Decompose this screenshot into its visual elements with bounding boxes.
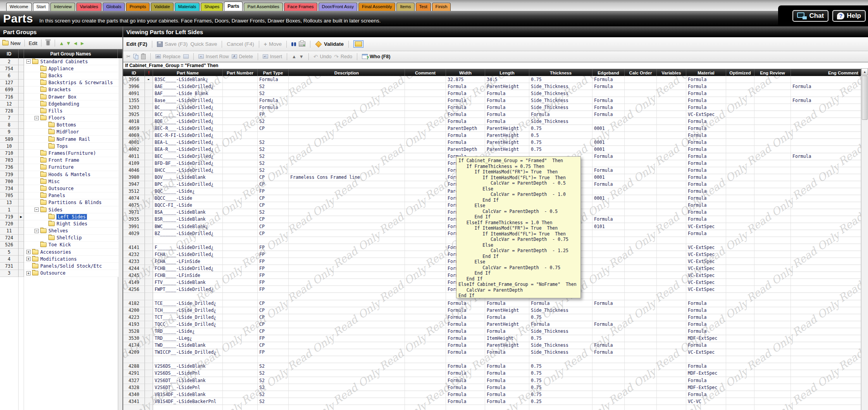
tab-finish[interactable]: Finish (432, 3, 451, 11)
column-header-name[interactable]: Part Name (153, 69, 223, 77)
tab-parts[interactable]: Parts (224, 2, 243, 11)
tree-item-sides[interactable]: 1−Sides (0, 206, 119, 213)
table-row-4291[interactable]: 4291V2S6DS__-LSidePnlS2FormulaFormula0.7… (123, 370, 861, 377)
column-header-number[interactable]: Part Number (223, 69, 258, 77)
print-button[interactable] (299, 42, 305, 47)
tree-item-appliance[interactable]: 754Appliance (0, 65, 119, 72)
table-row-3203[interactable]: 3203BC______-LSideDrilled¿FormulaFormula… (123, 104, 861, 111)
chat-button[interactable]: Chat (792, 10, 828, 22)
tab-test[interactable]: Test (416, 3, 431, 11)
column-header-edgeband[interactable]: Edgeband (592, 69, 625, 77)
table-row-3528[interactable]: 3528TRD_____-LSide¿CPFormulaFormulaSide_… (123, 328, 861, 335)
collapse-icon[interactable]: − (34, 208, 39, 212)
tree-item-right-sides[interactable]: 720Right Sides (0, 220, 119, 227)
tab-welcome[interactable]: Welcome (6, 3, 32, 11)
row-down-icon[interactable]: ▼ (299, 54, 304, 59)
tab-variables[interactable]: Variables (76, 3, 102, 11)
table-row-4091[interactable]: 4091BAF_____-LSide BlankS2FormulaFormula… (123, 90, 861, 97)
edit-button[interactable]: Edit (F2) (126, 41, 147, 47)
delete-row-button[interactable]: ✗ Delete (232, 54, 253, 59)
tab-part-assemblies[interactable]: Part Assemblies (244, 3, 282, 11)
table-row-3996[interactable]: 3996BAE_____-LSideDrilled¿S2FormulaParen… (123, 83, 861, 90)
validate-button[interactable]: Validate (315, 41, 344, 47)
table-row-4288[interactable]: 4288V2S6DS__-LSideBlankS2FormulaFormula0… (123, 363, 861, 370)
table-row-1355[interactable]: 1355Base____-LSideDrilled¿FormulaFormula… (123, 97, 861, 104)
tree-item-front-frame[interactable]: 703Front Frame (0, 157, 119, 164)
tab-items[interactable]: Items (396, 3, 414, 11)
table-row-4193[interactable]: 4193TQCC____-LSide_Drilled¿CPFormulaPare… (123, 321, 861, 328)
tab-interview[interactable]: Interview (50, 3, 75, 11)
scrollbar-thumb[interactable] (862, 76, 868, 120)
table-row-4018[interactable]: 4018BDE_____-LSideDrilled¿S2FormulaFormu… (123, 118, 861, 125)
insert-button[interactable]: ↵ Insert (263, 54, 282, 59)
help-button[interactable]: ? Help (832, 10, 866, 22)
eraser-icon[interactable] (183, 54, 189, 59)
column-header-variables[interactable]: Variables (657, 69, 686, 77)
replace-button[interactable]: ab Replace (155, 54, 181, 59)
table-row-4174[interactable]: 4174TWD_____-LSideBlankCPFormulaParentHe… (123, 342, 861, 349)
column-header-type[interactable]: Part Type (258, 69, 289, 77)
table-row-3530[interactable]: 3530TRD_____-LLeg¿FPFormulaItemHeight0.7… (123, 335, 861, 342)
tree-item-modifications[interactable]: 4+Modifications (0, 256, 119, 263)
table-row-4200[interactable]: 4200TCH_____-LSide_Drilled¿CPFormulaPare… (123, 307, 861, 314)
tree-item-left-sides[interactable]: 719►Left Sides (0, 213, 119, 220)
tree-item-bottoms[interactable]: 8Bottoms (0, 122, 119, 129)
collapse-icon[interactable]: − (34, 229, 39, 233)
tab-prompts[interactable]: Prompts (126, 3, 150, 11)
tree-item-misc[interactable]: 700Misc (0, 178, 119, 185)
expand-icon[interactable]: + (26, 257, 31, 261)
tab-face-frames[interactable]: Face Frames (284, 3, 317, 11)
table-row[interactable] (123, 356, 861, 363)
move-right-icon[interactable]: ► (80, 40, 85, 46)
table-row-4209[interactable]: 4209TWICCP__-LSide_Drilled¿FPFormulaForm… (123, 349, 861, 356)
column-header-description[interactable]: Description (289, 69, 405, 77)
tree-item-partitions-blinds[interactable]: 13Partitions & Blinds (0, 199, 119, 206)
formula-bar[interactable]: If Cabinet_Frame_Group = "Framed" Then (123, 62, 868, 69)
column-header-width[interactable]: Width (446, 69, 485, 77)
tree-item-backstrips-screwrails[interactable]: 127Backstrips & Screwrails (0, 80, 119, 86)
table-row-4327[interactable]: 4327V2S6DT__-LSideBlankS2FormulaFormula0… (123, 377, 861, 384)
tab-final-assembly[interactable]: Final Assembly (358, 3, 395, 11)
redo-button[interactable]: ↷ Redo (334, 54, 352, 60)
scroll-up-icon[interactable]: ▲ (861, 68, 868, 75)
collapse-icon[interactable]: − (34, 116, 39, 120)
tree-item-hoods-mantels[interactable]: 739Hoods & Mantels (0, 171, 119, 178)
collapse-icon[interactable]: − (26, 59, 31, 64)
quick-save-button[interactable]: Quick Save (190, 41, 217, 47)
tree-item-edgebanding[interactable]: 12Edgebanding (0, 100, 119, 107)
table-row-4341[interactable]: 4341VB1S4DF_-LSideBackerPnlS2FormulaForm… (123, 398, 861, 405)
who-button[interactable]: Who (F8) (362, 54, 390, 59)
edit-group-button[interactable]: Edit (29, 40, 37, 46)
column-header-id[interactable]: ID (123, 69, 145, 77)
column-header-comment[interactable]: Comment (405, 69, 446, 77)
column-header-thickness[interactable]: Thickness (529, 69, 592, 77)
row-up-icon[interactable]: ▲ (292, 54, 296, 59)
tree-item-brackets[interactable]: 699Brackets (0, 86, 119, 93)
tab-materials[interactable]: Materials (175, 3, 200, 11)
tab-shapes[interactable]: Shapes (201, 3, 223, 11)
tree-item-outsource[interactable]: 3+Outsource (0, 270, 119, 277)
expand-icon[interactable]: + (26, 271, 31, 275)
tree-item-accessories[interactable]: 5+Accessories (0, 249, 119, 256)
field-chooser-button[interactable] (353, 40, 363, 48)
expand-icon[interactable]: + (26, 250, 31, 254)
tree-item-toe-kick[interactable]: 526Toe Kick (0, 242, 119, 249)
find-button[interactable] (291, 42, 296, 46)
column-header-calc_order[interactable]: Calc Order (625, 69, 657, 77)
tab-door-front-assy[interactable]: Door/Front Assy (319, 3, 357, 11)
table-row-4182[interactable]: 4182TCE_____-LSide_Drilled¿CPFormulaForm… (123, 300, 861, 307)
tree-item-shelfclip[interactable]: 724Shelfclip (0, 235, 119, 242)
table-row-3956[interactable]: 3956►B3SC____-LSideBlank¿Formula32.87534… (123, 76, 861, 83)
save-button[interactable]: Save (F3) (157, 41, 188, 47)
move-down-icon[interactable]: ▼ (66, 40, 71, 46)
move-button[interactable]: + Move (264, 41, 282, 47)
column-header-material[interactable]: Material (686, 69, 726, 77)
tab-start[interactable]: Start (33, 3, 49, 11)
table-row-4340[interactable]: 4340VB1S4DF_-LSideBlankS2FormulaFormula0… (123, 391, 861, 398)
column-header-length[interactable]: Length (485, 69, 529, 77)
copy-icon[interactable] (133, 54, 138, 59)
tab-globals[interactable]: Globals (103, 3, 125, 11)
table-row-4223[interactable]: 4223TCT_____-LSide_Drilled¿CPFormulaForm… (123, 314, 861, 321)
tree-item-standard-cabinets[interactable]: 2−Standard Cabinets (0, 58, 119, 65)
tree-item-frames-furniture[interactable]: 710Frames(Furniture) (0, 150, 119, 157)
